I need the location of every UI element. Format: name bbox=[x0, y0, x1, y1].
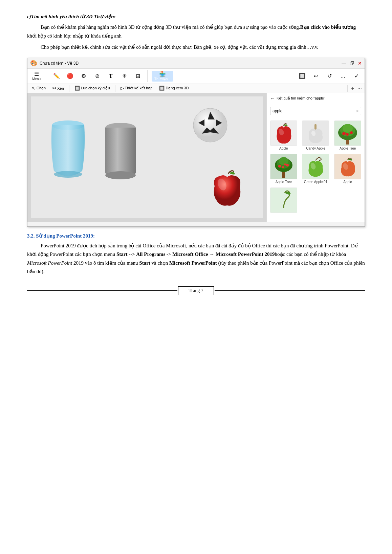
section-32-heading: 3.2. Sử dụng PowerPoint 2019: bbox=[27, 233, 365, 239]
undo-icon: ↩ bbox=[314, 73, 318, 79]
restore-button[interactable]: 🗗 bbox=[350, 61, 354, 66]
para1-rest: khối hộp có kính lúp: nhập từ khóa tiếng… bbox=[27, 33, 122, 39]
erase-icon: ⊘ bbox=[95, 73, 100, 79]
back-button[interactable]: ← bbox=[270, 96, 275, 101]
start-label-1: Start bbox=[116, 251, 128, 257]
para-2: Cho phép bạn thiết kế, chỉnh sửa các vật… bbox=[27, 43, 365, 52]
result-label-apple-tree-1: Apple Tree bbox=[340, 147, 356, 150]
result-label-green-apple: Green Apple 01 bbox=[304, 180, 328, 184]
result-green-apple[interactable]: Green Apple 01 bbox=[301, 153, 331, 185]
svg-point-22 bbox=[350, 131, 353, 134]
magic-icon: 🔲 bbox=[74, 86, 80, 91]
search-input[interactable] bbox=[273, 109, 356, 113]
xen-button[interactable]: ✂ Xén bbox=[51, 85, 66, 91]
titlebar-controls[interactable]: — 🗗 ✕ bbox=[342, 61, 362, 66]
view3d-icon: 🔲 bbox=[159, 86, 165, 91]
svg-point-29 bbox=[278, 165, 281, 168]
more-options-button[interactable]: ··· bbox=[357, 85, 362, 91]
settings-icon: ⚙ bbox=[81, 73, 86, 79]
crop-icon: ⊞ bbox=[136, 73, 140, 79]
arrow1: --> bbox=[127, 251, 136, 257]
main-toolbar: ☰ Menu ✏️ 🔴 ⚙ ⊘ T ✳ ⊞ 🏪 Thư viện... bbox=[27, 69, 365, 84]
titlebar-left: 🎨 Chưa có tên* - Vẽ 3D bbox=[30, 60, 79, 67]
thiet-ke-label: Thiết kế kết hợp bbox=[125, 86, 153, 90]
search-clear-button[interactable]: × bbox=[356, 108, 359, 114]
paint3d-window: 🎨 Chưa có tên* - Vẽ 3D — 🗗 ✕ ☰ Menu ✏️ 🔴… bbox=[27, 58, 365, 227]
dang-xem-button[interactable]: 🔲 Dạng xem 3D bbox=[157, 85, 190, 91]
chon-button[interactable]: ↖ Chọn bbox=[30, 85, 47, 91]
result-label-apple-tree-2: Apple Tree bbox=[276, 180, 292, 184]
share-icon: 🔲 bbox=[299, 73, 306, 79]
paint-icon: 🔴 bbox=[67, 73, 73, 79]
arrow3: → bbox=[208, 251, 216, 257]
canvas-area[interactable] bbox=[27, 93, 266, 222]
close-button[interactable]: ✕ bbox=[358, 61, 362, 66]
zoom-plus-button[interactable]: + bbox=[351, 86, 354, 91]
thiet-ke-button[interactable]: ▷ Thiết kế kết hợp bbox=[119, 85, 154, 91]
cursor-icon: ↖ bbox=[32, 86, 36, 91]
xen-icon: ✂ bbox=[52, 86, 56, 91]
ms-office-label: Microsoft Office bbox=[172, 251, 208, 257]
paint3d-app-icon: 🎨 bbox=[30, 60, 38, 67]
and-choose-text: và chọn bbox=[150, 260, 169, 266]
checkmark-button[interactable]: ✓ bbox=[351, 72, 362, 80]
search-box[interactable]: × bbox=[270, 107, 361, 115]
redo-tool[interactable]: ↺ bbox=[324, 73, 335, 80]
result-candy-apple[interactable]: Candy Apple bbox=[301, 119, 331, 151]
blue-cup-object bbox=[48, 117, 88, 178]
soccer-ball-object bbox=[192, 107, 229, 144]
crop-tool[interactable]: ⊞ bbox=[132, 73, 143, 80]
pencil-tool[interactable]: ✏️ bbox=[51, 73, 62, 80]
svg-point-23 bbox=[346, 133, 349, 136]
result-apple-tree-1[interactable]: Apple Tree bbox=[332, 119, 363, 151]
results-grid: Apple bbox=[268, 119, 363, 215]
paint-tool[interactable]: 🔴 bbox=[65, 73, 75, 80]
pencil-icon: ✏️ bbox=[53, 73, 60, 79]
apple-red-object bbox=[205, 168, 249, 212]
library-icon: 🏪 bbox=[159, 71, 166, 77]
scene-container bbox=[31, 96, 263, 218]
footer-page-label: Trang 7 bbox=[189, 288, 203, 293]
text-tool[interactable]: T bbox=[105, 73, 116, 80]
dang-xem-label: Dạng xem 3D bbox=[166, 86, 189, 90]
ms-ppt-label-2: Microsoft PowerPoint bbox=[169, 260, 217, 266]
svg-point-21 bbox=[342, 132, 346, 135]
svg-point-32 bbox=[284, 163, 286, 165]
combine-icon: ▷ bbox=[121, 86, 124, 91]
search-header: ← Kết quả tìm kiếm cho "apple" bbox=[267, 93, 365, 104]
footer-page-box: Trang 7 bbox=[178, 286, 214, 295]
lua-chon-label: Lựa chọn kỳ diệu bbox=[81, 86, 110, 90]
menu-label: Menu bbox=[32, 77, 41, 81]
minimize-button[interactable]: — bbox=[342, 61, 346, 66]
erase-tool[interactable]: ⊘ bbox=[92, 73, 103, 80]
result-apple-2[interactable]: Apple bbox=[332, 153, 363, 185]
more-button[interactable]: … bbox=[337, 72, 348, 80]
year-text: 2019 vào ô tìm kiếm của menu bbox=[72, 260, 139, 266]
share-tool[interactable]: 🔲 bbox=[297, 73, 308, 80]
result-apple-tree-2[interactable]: Apple Tree bbox=[268, 153, 299, 185]
thumb-apple-tree-1 bbox=[334, 120, 361, 146]
search-result-label: Kết quả tìm kiếm cho "apple" bbox=[277, 96, 325, 101]
thumb-candy-apple bbox=[302, 120, 329, 146]
svg-point-30 bbox=[286, 164, 289, 167]
text-icon: T bbox=[109, 73, 113, 79]
gray-cylinder-object bbox=[102, 120, 139, 179]
svg-point-1 bbox=[54, 171, 82, 178]
thumb-apple-2 bbox=[334, 154, 361, 179]
section-c-title: c)Tìm mô hình yêu thích từ 3D Thư viện: bbox=[27, 14, 365, 20]
sub-toolbar: ↖ Chọn ✂ Xén 🔲 Lựa chọn kỳ diệu ▷ Thiết … bbox=[27, 84, 365, 93]
undo-tool[interactable]: ↩ bbox=[310, 73, 321, 80]
result-stem[interactable] bbox=[268, 186, 299, 215]
thu-vien-button[interactable]: 🏪 Thư viện... bbox=[152, 71, 173, 82]
sticker-icon: ✳ bbox=[122, 73, 127, 79]
page-footer: Trang 7 bbox=[27, 286, 365, 295]
lua-chon-button[interactable]: 🔲 Lựa chọn kỳ diệu bbox=[73, 85, 112, 91]
settings-tool[interactable]: ⚙ bbox=[78, 73, 89, 80]
right-panel: ← Kết quả tìm kiếm cho "apple" × bbox=[266, 93, 365, 222]
arrow2: -> bbox=[165, 251, 172, 257]
menu-button[interactable]: ☰ Menu bbox=[30, 71, 43, 82]
para1-text: Bạn có thể khám phá hàng nghìn mô hình 3… bbox=[41, 24, 300, 30]
result-apple-1[interactable]: Apple bbox=[268, 119, 299, 151]
sticker-tool[interactable]: ✳ bbox=[119, 73, 130, 80]
svg-point-31 bbox=[282, 166, 284, 168]
